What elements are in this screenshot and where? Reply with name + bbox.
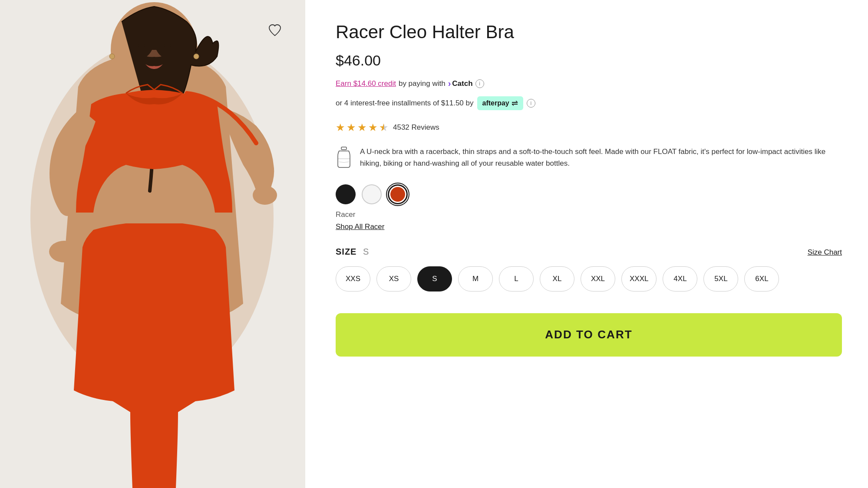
product-image-section (0, 0, 305, 488)
size-label-group: SIZE S (336, 247, 369, 257)
size-btn-s[interactable]: S (417, 266, 452, 291)
water-bottle-icon (336, 147, 352, 168)
afterpay-prefix-text: or 4 interest-free installments of $11.5… (336, 99, 474, 108)
star-1: ★ (336, 121, 345, 134)
size-btn-l[interactable]: L (499, 266, 534, 291)
size-label-text: SIZE (336, 247, 356, 256)
svg-point-3 (138, 43, 145, 48)
size-btn-6xl[interactable]: 6XL (744, 266, 779, 291)
svg-point-5 (109, 54, 115, 59)
size-btn-5xl[interactable]: 5XL (703, 266, 738, 291)
product-title: Racer Cleo Halter Bra (336, 22, 842, 43)
product-image (0, 0, 305, 488)
afterpay-info-icon[interactable]: i (527, 99, 535, 108)
star-5-half: ★ (379, 121, 389, 134)
star-rating: ★ ★ ★ ★ ★ (336, 121, 389, 134)
size-selected-text: S (363, 247, 369, 256)
product-photo (0, 0, 305, 488)
size-btn-m[interactable]: M (458, 266, 493, 291)
catch-credit-link[interactable]: Earn $14.60 credit (336, 79, 396, 88)
afterpay-logo-text: afterpay (482, 99, 509, 107)
size-chart-link[interactable]: Size Chart (808, 248, 842, 257)
color-name: Racer (336, 210, 842, 219)
reviews-count[interactable]: 4532 Reviews (393, 123, 439, 132)
swatch-white[interactable] (362, 184, 382, 204)
catch-suffix-text: by paying with (399, 79, 446, 88)
svg-point-6 (194, 54, 199, 59)
swatch-orange[interactable] (388, 184, 408, 204)
svg-rect-9 (341, 147, 347, 150)
catch-info-icon[interactable]: i (475, 79, 484, 88)
svg-point-8 (49, 241, 79, 262)
product-details-section: Racer Cleo Halter Bra $46.00 Earn $14.60… (305, 0, 868, 488)
size-btn-xs[interactable]: XS (376, 266, 411, 291)
afterpay-row: or 4 interest-free installments of $11.5… (336, 96, 842, 110)
svg-point-7 (253, 186, 277, 205)
catch-brand-text: Catch (452, 79, 472, 88)
product-price: $46.00 (336, 52, 842, 69)
size-btn-xxl[interactable]: XXL (581, 266, 615, 291)
catch-row: Earn $14.60 credit by paying with › Catc… (336, 79, 842, 88)
size-btn-4xl[interactable]: 4XL (663, 266, 697, 291)
catch-chevron-icon: › (448, 79, 451, 88)
size-btn-xl[interactable]: XL (540, 266, 574, 291)
heart-icon (268, 23, 282, 37)
size-btn-xxs[interactable]: XXS (336, 266, 370, 291)
svg-point-4 (164, 43, 171, 48)
star-3: ★ (357, 121, 367, 134)
stars-row: ★ ★ ★ ★ ★ 4532 Reviews (336, 121, 842, 134)
size-grid: XXS XS S M L XL XXL XXXL 4XL 5XL 6XL (336, 266, 842, 291)
afterpay-symbol: ⇌ (512, 98, 518, 108)
afterpay-badge[interactable]: afterpay ⇌ (477, 96, 523, 110)
wishlist-button[interactable] (265, 21, 284, 40)
catch-logo: › Catch (448, 79, 473, 88)
color-swatches (336, 184, 842, 204)
shop-all-link[interactable]: Shop All Racer (336, 223, 842, 231)
size-header: SIZE S Size Chart (336, 247, 842, 257)
star-2: ★ (347, 121, 356, 134)
swatch-black[interactable] (336, 184, 356, 204)
add-to-cart-button[interactable]: ADD TO CART (336, 313, 842, 357)
product-description: A U-neck bra with a racerback, thin stra… (360, 146, 842, 169)
description-row: A U-neck bra with a racerback, thin stra… (336, 146, 842, 169)
size-btn-xxxl[interactable]: XXXL (621, 266, 657, 291)
star-4: ★ (368, 121, 378, 134)
